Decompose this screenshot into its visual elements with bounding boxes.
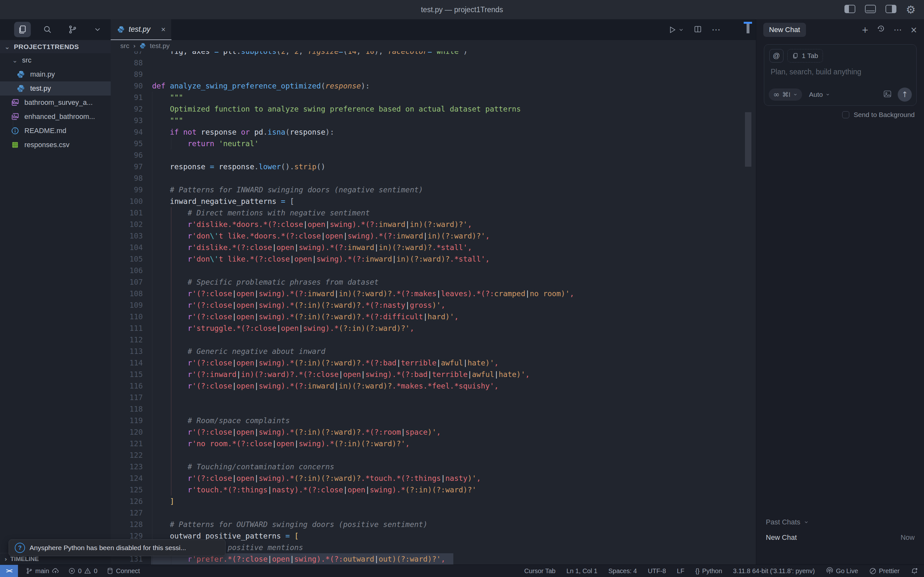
code-line-89[interactable]: 89	[111, 69, 756, 80]
code-line-91[interactable]: 91 """	[111, 92, 756, 103]
code-viewport[interactable]: 87 fig, axes = plt.subplots(2, 2, figsiz…	[111, 51, 756, 565]
code-line-120[interactable]: 120 r'(?:close|open|swing).*(?:in)(?:war…	[111, 426, 756, 438]
sidebar-item-test-py[interactable]: test.py	[0, 81, 111, 95]
statusbar-git-branch[interactable]: main	[26, 565, 59, 577]
model-selector[interactable]: Auto	[809, 91, 830, 98]
code-line-102[interactable]: 102 r'dislike.*doors.*(?:close|open|swin…	[111, 219, 756, 230]
attach-image-icon[interactable]	[883, 89, 892, 100]
send-button[interactable]: ↑	[898, 87, 912, 102]
code-line-121[interactable]: 121 r'no room.*(?:close|open|swing).*(?:…	[111, 438, 756, 450]
code-line-119[interactable]: 119 # Room/space complaints	[111, 415, 756, 426]
code-line-108[interactable]: 108 r'(?:close|open|swing).*(?:inward|in…	[111, 288, 756, 300]
code-line-115[interactable]: 115 r'(?:inward|in)(?:ward)?.*(?:close|o…	[111, 369, 756, 380]
code-line-109[interactable]: 109 r'(?:close|open|swing).*(?:in)(?:war…	[111, 300, 756, 311]
chat-tab-new-chat[interactable]: New Chat	[763, 23, 806, 37]
tab-close-icon[interactable]: ×	[160, 25, 166, 34]
sidebar-item-responses-csv[interactable]: responses.csv	[0, 138, 111, 152]
code-line-113[interactable]: 113 # Generic negative about inward	[111, 346, 756, 357]
code-line-125[interactable]: 125 r'touch.*(?:things|nasty).*(?:close|…	[111, 484, 756, 496]
code-line-104[interactable]: 104 r'dislike.*(?:close|open|swing).*(?:…	[111, 242, 756, 253]
code-line-123[interactable]: 123 # Touching/contamination concerns	[111, 461, 756, 472]
code-line-92[interactable]: 92 Optimized function to analyze swing p…	[111, 103, 756, 115]
code-line-118[interactable]: 118	[111, 403, 756, 415]
code-line-116[interactable]: 116 r'(?:close|open|swing).*(?:inward|in…	[111, 380, 756, 392]
code-line-101[interactable]: 101 # Direct mentions with negative sent…	[111, 207, 756, 219]
statusbar-eol[interactable]: LF	[677, 565, 684, 577]
send-to-background-checkbox[interactable]	[842, 111, 849, 118]
chat-close-icon[interactable]: ×	[910, 25, 917, 35]
code-line-93[interactable]: 93 """	[111, 115, 756, 126]
context-chip-1-tab[interactable]: 1 Tab	[787, 49, 823, 63]
code-line-98[interactable]: 98	[111, 172, 756, 184]
more-views-chevron-icon[interactable]	[89, 22, 106, 37]
chat-input-box[interactable]: @ 1 Tab Plan, search, build anything ∞ ⌘…	[764, 44, 917, 106]
code-line-117[interactable]: 117	[111, 392, 756, 403]
statusbar-encoding[interactable]: UTF-8	[648, 565, 666, 577]
code-line-100[interactable]: 100 inward_negative_patterns = [	[111, 195, 756, 207]
code-line-110[interactable]: 110 r'(?:close|open|swing).*(?:in)(?:war…	[111, 311, 756, 322]
notification-toast[interactable]: ? Anysphere Python has been disabled for…	[9, 540, 226, 556]
editor-scrollbar-thumb[interactable]	[745, 112, 751, 167]
toggle-panel-icon[interactable]	[865, 5, 876, 15]
statusbar-connect[interactable]: Connect	[107, 565, 140, 577]
editor-more-actions-icon[interactable]: ⋯	[712, 24, 720, 35]
code-line-95[interactable]: 95 return 'neutral'	[111, 138, 756, 149]
sidebar-item-main-py[interactable]: main.py	[0, 67, 111, 81]
breadcrumb-src[interactable]: src	[120, 42, 129, 50]
tab-test-py[interactable]: test.py ×	[111, 19, 172, 40]
code-line-128[interactable]: 128 # Patterns for OUTWARD swinging door…	[111, 519, 756, 530]
code-line-87[interactable]: 87 fig, axes = plt.subplots(2, 2, figsiz…	[111, 51, 756, 57]
source-control-icon[interactable]	[64, 22, 81, 37]
code-line-127[interactable]: 127	[111, 507, 756, 519]
code-line-99[interactable]: 99 # Patterns for INWARD swinging doors …	[111, 184, 756, 195]
new-chat-plus-icon[interactable]: +	[861, 25, 869, 35]
code-line-97[interactable]: 97 response = response.lower().strip()	[111, 161, 756, 172]
statusbar-indentation[interactable]: Spaces: 4	[608, 565, 637, 577]
agent-mode-selector[interactable]: ∞ ⌘I	[769, 89, 802, 101]
code-line-126[interactable]: 126 ]	[111, 496, 756, 507]
statusbar-language-mode[interactable]: {}Python	[695, 565, 722, 577]
toggle-primary-sidebar-icon[interactable]	[845, 5, 855, 15]
code-line-96[interactable]: 96	[111, 149, 756, 161]
code-line-111[interactable]: 111 r'struggle.*(?:close|open|swing).*(?…	[111, 322, 756, 334]
statusbar-prettier[interactable]: Prettier	[869, 565, 900, 577]
search-icon[interactable]	[39, 22, 56, 37]
chat-history-icon[interactable]	[877, 24, 885, 35]
code-line-124[interactable]: 124 r'(?:close|open|swing).*(?:in)(?:war…	[111, 472, 756, 484]
statusbar-cursor-tab[interactable]: Cursor Tab	[524, 565, 556, 577]
add-context-button[interactable]: @	[769, 49, 783, 63]
line-number: 118	[111, 403, 143, 415]
explorer-icon[interactable]	[14, 22, 31, 37]
breadcrumb-file[interactable]: test.py	[150, 42, 170, 50]
toggle-secondary-sidebar-icon[interactable]	[885, 5, 897, 15]
statusbar-cursor-position[interactable]: Ln 1, Col 1	[566, 565, 598, 577]
code-text: inward_negative_patterns = [	[152, 195, 294, 207]
past-chat-item[interactable]: New Chat Now	[756, 530, 924, 545]
project-root-header[interactable]: ⌄ PROJECT1TRENDS	[0, 40, 111, 53]
run-python-file-button[interactable]	[668, 26, 684, 34]
past-chats-header[interactable]: Past Chats	[766, 518, 809, 526]
sidebar-item-src[interactable]: ⌄src	[0, 53, 111, 67]
code-line-114[interactable]: 114 r'(?:close|open|swing).*(?:in)(?:war…	[111, 357, 756, 369]
code-line-90[interactable]: 90def analyze_swing_preference_optimized…	[111, 80, 756, 92]
code-line-94[interactable]: 94 if not response or pd.isna(response):	[111, 126, 756, 138]
code-line-107[interactable]: 107 # Specific problematic phrases from …	[111, 276, 756, 288]
code-line-106[interactable]: 106	[111, 265, 756, 276]
sidebar-item-bathroom-survey-a-[interactable]: bathroom_survey_a...	[0, 95, 111, 110]
chat-more-actions-icon[interactable]: ⋯	[893, 25, 902, 35]
code-line-112[interactable]: 112	[111, 334, 756, 346]
code-line-122[interactable]: 122	[111, 450, 756, 461]
split-editor-icon[interactable]	[694, 25, 702, 35]
sidebar-item-enhanced-bathroom-[interactable]: enhanced_bathroom...	[0, 110, 111, 124]
statusbar-python-interpreter[interactable]: 3.11.8 64-bit ('3.11.8': pyenv)	[733, 565, 815, 577]
statusbar-notifications[interactable]	[911, 565, 918, 577]
code-line-88[interactable]: 88	[111, 57, 756, 69]
settings-gear-icon[interactable]: ⚙	[906, 4, 916, 15]
code-line-103[interactable]: 103 r'don\'t like.*doors.*(?:close|open|…	[111, 230, 756, 242]
statusbar-problems[interactable]: 00	[68, 565, 97, 577]
code-text: return 'neutral'	[152, 138, 258, 149]
code-line-105[interactable]: 105 r'don\'t like.*(?:close|open|swing).…	[111, 253, 756, 265]
statusbar-remote-indicator[interactable]: ><	[0, 565, 18, 577]
statusbar-go-live[interactable]: Go Live	[826, 565, 858, 577]
sidebar-item-readme-md[interactable]: README.md	[0, 124, 111, 138]
